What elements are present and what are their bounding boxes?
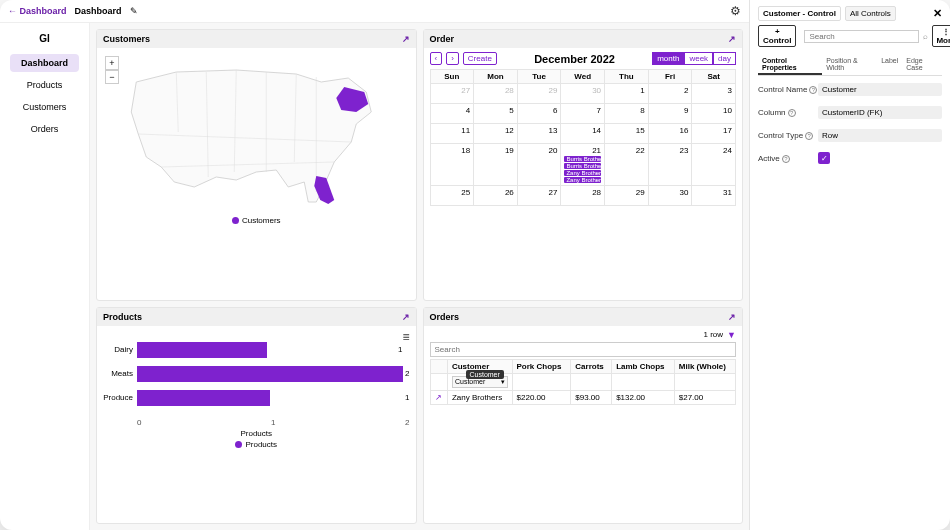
table-header[interactable] bbox=[430, 359, 447, 373]
calendar-cell[interactable]: 8 bbox=[605, 104, 649, 124]
calendar-cell[interactable]: 11 bbox=[430, 124, 474, 144]
cal-next-button[interactable]: › bbox=[446, 52, 459, 65]
cal-dow: Fri bbox=[648, 70, 692, 84]
tab-all-controls[interactable]: All Controls bbox=[845, 6, 896, 21]
panel-search-input[interactable] bbox=[804, 30, 919, 43]
calendar-cell[interactable]: 27 bbox=[517, 186, 561, 206]
table-row[interactable]: ↗ Zany Brothers $220.00 $93.00 $132.00 $… bbox=[430, 390, 736, 404]
calendar-event[interactable]: Burris Brothers bbox=[564, 156, 601, 162]
info-icon[interactable]: ? bbox=[805, 132, 813, 140]
calendar-cell[interactable]: 2 bbox=[648, 84, 692, 104]
back-link[interactable]: ← Dashboard bbox=[8, 6, 67, 16]
expand-icon[interactable]: ↗ bbox=[728, 312, 736, 322]
view-day-button[interactable]: day bbox=[713, 52, 736, 65]
orders-table[interactable]: CustomerPork ChopsCarrotsLamb ChopsMilk … bbox=[430, 359, 737, 405]
calendar-cell[interactable]: 21Burris BrothersBurris BrothersZany Bro… bbox=[561, 144, 605, 186]
view-month-button[interactable]: month bbox=[652, 52, 684, 65]
calendar-cell[interactable]: 29 bbox=[517, 84, 561, 104]
calendar-cell[interactable]: 3 bbox=[692, 84, 736, 104]
calendar-cell[interactable]: 23 bbox=[648, 144, 692, 186]
chart-menu-icon[interactable]: ≡ bbox=[402, 330, 409, 344]
column-popover: Customer bbox=[466, 370, 504, 379]
calendar-cell[interactable]: 4 bbox=[430, 104, 474, 124]
settings-icon[interactable]: ⚙ bbox=[730, 4, 741, 18]
calendar-cell[interactable]: 13 bbox=[517, 124, 561, 144]
control-name-input[interactable]: Customer bbox=[818, 83, 942, 96]
calendar-cell[interactable]: 26 bbox=[474, 186, 518, 206]
calendar-cell[interactable]: 24 bbox=[692, 144, 736, 186]
cal-create-button[interactable]: Create bbox=[463, 52, 497, 65]
calendar-cell[interactable]: 30 bbox=[648, 186, 692, 206]
properties-panel: Customer - Control All Controls ✕ + Cont… bbox=[750, 0, 950, 530]
calendar-cell[interactable]: 20 bbox=[517, 144, 561, 186]
calendar-cell[interactable]: 28 bbox=[474, 84, 518, 104]
info-icon[interactable]: ? bbox=[788, 109, 796, 117]
axis-tick: 0 bbox=[137, 418, 141, 427]
calendar-event[interactable]: Burris Brothers bbox=[564, 163, 601, 169]
zoom-in-button[interactable]: + bbox=[105, 56, 119, 70]
column-input[interactable]: CustomerID (FK) bbox=[818, 106, 942, 119]
calendar-cell[interactable]: 7 bbox=[561, 104, 605, 124]
calendar-cell[interactable]: 16 bbox=[648, 124, 692, 144]
subtab-edge-case[interactable]: Edge Case bbox=[902, 55, 942, 75]
sidebar-item-dashboard[interactable]: Dashboard bbox=[10, 54, 79, 72]
table-header[interactable]: Carrots bbox=[571, 359, 612, 373]
calendar-cell[interactable]: 10 bbox=[692, 104, 736, 124]
expand-icon[interactable]: ↗ bbox=[728, 34, 736, 44]
calendar-cell[interactable]: 17 bbox=[692, 124, 736, 144]
subtab-position-width[interactable]: Position & Width bbox=[822, 55, 877, 75]
expand-icon[interactable]: ↗ bbox=[402, 312, 410, 322]
calendar-cell[interactable]: 22 bbox=[605, 144, 649, 186]
search-icon[interactable]: ⌕ bbox=[923, 32, 928, 41]
calendar-cell[interactable]: 12 bbox=[474, 124, 518, 144]
tab-customer-control[interactable]: Customer - Control bbox=[758, 6, 841, 21]
calendar-cell[interactable]: 19 bbox=[474, 144, 518, 186]
calendar-cell[interactable]: 5 bbox=[474, 104, 518, 124]
calendar-cell[interactable]: 25 bbox=[430, 186, 474, 206]
calendar-cell[interactable]: 15 bbox=[605, 124, 649, 144]
calendar-grid[interactable]: SunMonTueWedThuFriSat 272829301234567891… bbox=[430, 69, 737, 206]
calendar-cell[interactable]: 9 bbox=[648, 104, 692, 124]
open-record-icon[interactable]: ↗ bbox=[435, 393, 442, 402]
close-icon[interactable]: ✕ bbox=[933, 7, 942, 20]
active-checkbox[interactable]: ✓ bbox=[818, 152, 830, 164]
table-header[interactable]: Lamb Chops bbox=[612, 359, 675, 373]
control-name-label: Control Name? bbox=[758, 85, 818, 94]
calendar-cell[interactable]: 27 bbox=[430, 84, 474, 104]
zoom-out-button[interactable]: − bbox=[105, 70, 119, 84]
chevron-down-icon: ▾ bbox=[501, 378, 505, 386]
calendar-event[interactable]: Zany Brothers bbox=[564, 170, 601, 176]
bar-value: 1 bbox=[398, 345, 402, 354]
calendar-cell[interactable]: 28 bbox=[561, 186, 605, 206]
add-control-button[interactable]: + Control bbox=[758, 25, 796, 47]
table-header[interactable]: Pork Chops bbox=[512, 359, 571, 373]
calendar-cell[interactable]: 31 bbox=[692, 186, 736, 206]
sidebar-item-orders[interactable]: Orders bbox=[10, 120, 79, 138]
control-type-input[interactable]: Row bbox=[818, 129, 942, 142]
subtab-control-properties[interactable]: Control Properties bbox=[758, 55, 822, 75]
orders-search-input[interactable] bbox=[430, 342, 737, 357]
sidebar-item-products[interactable]: Products bbox=[10, 76, 79, 94]
calendar-event[interactable]: Zany Brothers bbox=[564, 177, 601, 183]
more-button[interactable]: ⋮ More bbox=[932, 25, 950, 47]
us-map[interactable] bbox=[103, 52, 410, 212]
info-icon[interactable]: ? bbox=[782, 155, 790, 163]
calendar-cell[interactable]: 1 bbox=[605, 84, 649, 104]
table-header[interactable]: Milk (Whole) bbox=[674, 359, 735, 373]
calendar-cell[interactable]: 30 bbox=[561, 84, 605, 104]
axis-tick: 1 bbox=[271, 418, 275, 427]
edit-icon[interactable]: ✎ bbox=[130, 6, 138, 16]
info-icon[interactable]: ? bbox=[809, 86, 817, 94]
cal-prev-button[interactable]: ‹ bbox=[430, 52, 443, 65]
subtab-label[interactable]: Label bbox=[877, 55, 902, 75]
chart-xlabel: Products bbox=[103, 429, 410, 438]
calendar-cell[interactable]: 18 bbox=[430, 144, 474, 186]
calendar-cell[interactable]: 6 bbox=[517, 104, 561, 124]
calendar-cell[interactable]: 29 bbox=[605, 186, 649, 206]
sidebar-item-customers[interactable]: Customers bbox=[10, 98, 79, 116]
expand-icon[interactable]: ↗ bbox=[402, 34, 410, 44]
view-week-button[interactable]: week bbox=[684, 52, 713, 65]
calendar-cell[interactable]: 14 bbox=[561, 124, 605, 144]
filter-icon[interactable]: ▼ bbox=[727, 330, 736, 340]
customers-title: Customers bbox=[103, 34, 150, 44]
